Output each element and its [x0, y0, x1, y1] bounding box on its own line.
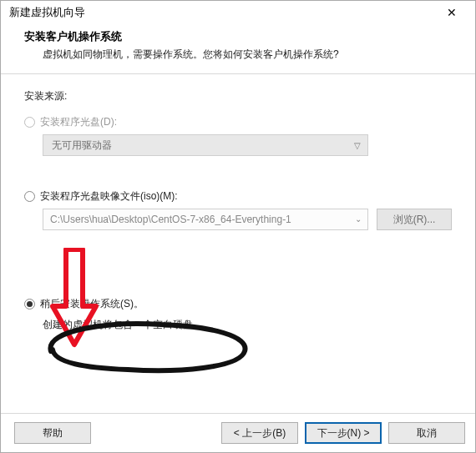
radio-later[interactable]	[24, 299, 35, 310]
drive-combo[interactable]: 无可用驱动器 ▽	[43, 134, 368, 156]
iso-path-input[interactable]	[43, 209, 368, 230]
option-disc-row: 安装程序光盘(D):	[24, 115, 452, 129]
window-title: 新建虚拟机向导	[9, 5, 85, 20]
chevron-down-icon: ▽	[354, 141, 361, 150]
titlebar: 新建虚拟机向导 ✕	[1, 1, 475, 24]
option-iso-row: 安装程序光盘映像文件(iso)(M):	[24, 189, 452, 204]
radio-disc[interactable]	[24, 117, 35, 128]
iso-path-row: ⌄ 浏览(R)...	[43, 209, 452, 230]
drive-combo-text: 无可用驱动器	[52, 138, 112, 153]
install-source-label: 安装来源:	[24, 89, 452, 103]
wizard-header: 安装客户机操作系统 虚拟机如同物理机，需要操作系统。您将如何安装客户机操作系统?	[1, 24, 475, 74]
browse-button[interactable]: 浏览(R)...	[377, 209, 452, 230]
radio-iso[interactable]	[24, 191, 35, 202]
help-button[interactable]: 帮助	[14, 422, 91, 444]
option-later-hint: 创建的虚拟机将包含一个空白硬盘。	[43, 318, 452, 332]
page-subtitle: 虚拟机如同物理机，需要操作系统。您将如何安装客户机操作系统?	[43, 48, 458, 62]
wizard-body: 安装来源: 安装程序光盘(D): 无可用驱动器 ▽ 安装程序光盘映像文件(iso…	[1, 74, 475, 340]
next-button[interactable]: 下一步(N) >	[305, 422, 382, 444]
option-later-label: 稍后安装操作系统(S)。	[40, 297, 144, 311]
cancel-button[interactable]: 取消	[388, 422, 465, 444]
option-later-row: 稍后安装操作系统(S)。	[24, 297, 452, 311]
option-iso-label: 安装程序光盘映像文件(iso)(M):	[40, 189, 178, 204]
wizard-footer: 帮助 < 上一步(B) 下一步(N) > 取消	[1, 413, 475, 452]
close-icon[interactable]: ✕	[435, 6, 468, 19]
option-disc-label: 安装程序光盘(D):	[40, 115, 117, 129]
page-title: 安装客户机操作系统	[24, 29, 458, 44]
back-button[interactable]: < 上一步(B)	[221, 422, 298, 444]
